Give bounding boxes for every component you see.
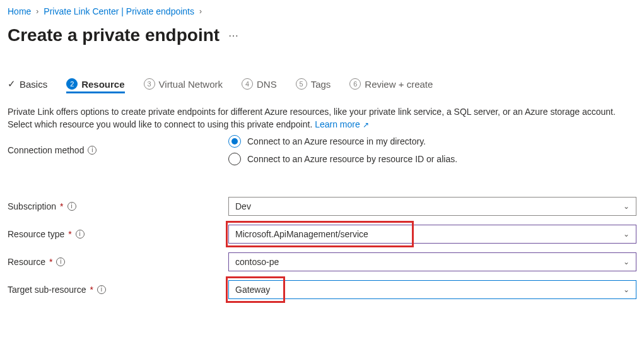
check-icon: ✓	[8, 78, 16, 90]
page-title: Create a private endpoint	[8, 25, 220, 45]
required-indicator: *	[68, 229, 71, 239]
info-icon[interactable]: i	[97, 285, 106, 294]
resource-select[interactable]: contoso-pe ⌄	[228, 252, 636, 271]
tab-description: Private Link offers options to create pr…	[8, 105, 636, 131]
tab-label: Basics	[20, 79, 47, 90]
connection-method-label: Connection method	[8, 145, 84, 155]
chevron-right-icon: ›	[36, 7, 38, 16]
required-indicator: *	[60, 201, 63, 211]
resource-type-label: Resource type	[8, 229, 64, 239]
chevron-right-icon: ›	[199, 7, 202, 16]
info-icon[interactable]: i	[67, 202, 76, 211]
chevron-down-icon: ⌄	[623, 230, 629, 239]
info-icon[interactable]: i	[88, 146, 97, 155]
breadcrumb-plc[interactable]: Private Link Center | Private endpoints	[44, 6, 194, 16]
step-number: 4	[242, 78, 253, 90]
subscription-label: Subscription	[8, 201, 56, 211]
step-number: 5	[296, 78, 307, 90]
learn-more-link[interactable]: Learn more ↗	[315, 119, 368, 129]
subscription-select[interactable]: Dev ⌄	[228, 197, 636, 216]
breadcrumb: Home › Private Link Center | Private end…	[8, 6, 636, 16]
target-sub-resource-select[interactable]: Gateway ⌄	[228, 280, 636, 299]
required-indicator: *	[90, 285, 93, 295]
radio-icon	[228, 135, 241, 148]
tab-dns[interactable]: 4 DNS	[242, 78, 277, 93]
step-number: 2	[66, 78, 78, 90]
select-value: Gateway	[235, 285, 270, 295]
resource-label: Resource	[8, 257, 45, 267]
tab-label: DNS	[257, 79, 277, 90]
radio-label: Connect to an Azure resource by resource…	[247, 154, 457, 164]
wizard-tabs: ✓ Basics 2 Resource 3 Virtual Network 4 …	[8, 78, 636, 94]
select-value: contoso-pe	[235, 257, 279, 267]
resource-type-select[interactable]: Microsoft.ApiManagement/service ⌄	[228, 225, 636, 244]
connection-method-radio-group: Connect to an Azure resource in my direc…	[228, 135, 636, 165]
tab-label: Resource	[81, 79, 124, 90]
radio-icon	[228, 153, 241, 165]
chevron-down-icon: ⌄	[623, 257, 629, 266]
tab-label: Virtual Network	[159, 79, 223, 90]
tab-label: Review + create	[365, 79, 433, 90]
info-icon[interactable]: i	[56, 257, 65, 266]
radio-connect-resource-id[interactable]: Connect to an Azure resource by resource…	[228, 153, 636, 165]
step-number: 3	[144, 78, 155, 90]
chevron-down-icon: ⌄	[623, 202, 629, 211]
target-sub-resource-label: Target sub-resource	[8, 285, 86, 295]
tab-resource[interactable]: 2 Resource	[66, 78, 124, 93]
chevron-down-icon: ⌄	[623, 285, 629, 294]
tab-review-create[interactable]: 6 Review + create	[349, 78, 433, 93]
info-icon[interactable]: i	[76, 230, 85, 239]
radio-label: Connect to an Azure resource in my direc…	[247, 136, 426, 146]
select-value: Microsoft.ApiManagement/service	[235, 229, 368, 239]
tab-tags[interactable]: 5 Tags	[296, 78, 331, 93]
tab-virtual-network[interactable]: 3 Virtual Network	[144, 78, 223, 93]
select-value: Dev	[235, 201, 251, 211]
required-indicator: *	[49, 257, 52, 267]
tab-basics[interactable]: ✓ Basics	[8, 78, 47, 93]
tab-label: Tags	[311, 79, 331, 90]
more-icon[interactable]: ⋯	[228, 30, 240, 42]
step-number: 6	[349, 78, 361, 90]
breadcrumb-home[interactable]: Home	[8, 6, 31, 16]
radio-connect-directory[interactable]: Connect to an Azure resource in my direc…	[228, 135, 636, 148]
external-link-icon: ↗	[363, 121, 369, 129]
